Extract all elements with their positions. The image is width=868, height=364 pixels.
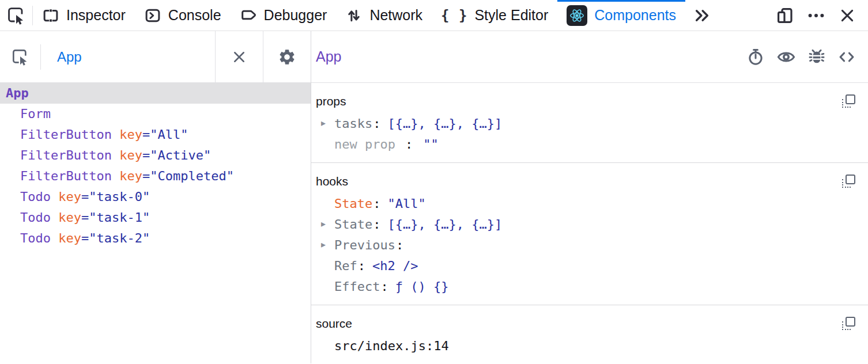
inspected-element-toolbar: App [311,31,868,83]
meatball-menu-icon [807,6,825,25]
gear-icon [278,48,296,66]
kv-row[interactable]: ▸Previous: [311,234,868,255]
colon: : [358,259,365,273]
key-attribute-name: key [119,169,142,183]
source-path: src/index.js:14 [334,339,449,353]
component-name: App [6,86,29,100]
space [51,210,58,225]
row-value: [{…}, {…}, {…}] [387,217,502,232]
tree-item[interactable]: Todo key="task-2" [0,228,311,249]
tab-components[interactable]: Components [557,0,685,31]
clear-search-button[interactable] [215,31,263,82]
devtools-menu-button[interactable] [803,3,829,28]
kv-row[interactable]: Ref:<h2 /> [311,255,868,276]
log-component-button[interactable] [808,48,825,66]
tab-style-editor[interactable]: { } Style Editor [432,0,557,31]
row-name: Previous [334,238,395,252]
inspect-dom-button[interactable] [777,48,795,66]
space [112,148,119,162]
copy-icon-front [846,317,855,327]
view-source-button[interactable] [838,48,855,66]
tree-item[interactable]: App [0,83,311,104]
debugger-icon [240,7,257,24]
row-name: State [334,217,372,232]
tab-label: Network [369,7,422,24]
inspected-element-pane: App [311,31,868,363]
tab-inspector[interactable]: Inspector [33,0,135,31]
inspector-icon [42,7,59,24]
new-prop-name-input[interactable]: new prop [334,137,405,151]
component-name: Todo [20,210,51,225]
tab-console[interactable]: Console [135,0,231,31]
row-value: ƒ () {} [395,279,449,294]
bug-icon [808,48,825,66]
section-props: props▸tasks:[{…}, {…}, {…}]new prop:"" [311,83,868,163]
key-attribute-name: key [58,231,81,245]
new-prop-row[interactable]: new prop:"" [311,134,868,154]
toolbar-right-controls [772,0,868,31]
expand-arrow-icon[interactable]: ▸ [321,113,326,134]
section-source: sourcesrc/index.js:14 [311,305,868,363]
tree-item[interactable]: Form [0,104,311,124]
inspected-sections: props▸tasks:[{…}, {…}, {…}]new prop:""ho… [311,83,868,363]
copy-icon[interactable] [841,317,855,331]
tree-item[interactable]: FilterButton key="All" [0,124,311,145]
tab-label: Inspector [66,7,126,24]
tree-item[interactable]: FilterButton key="Completed" [0,166,311,187]
colon: : [405,137,413,151]
search-input[interactable]: App [41,31,215,82]
tab-network[interactable]: Network [336,0,432,31]
suspend-component-button[interactable] [747,48,764,66]
colon: : [380,279,388,294]
responsive-design-button[interactable] [772,3,798,28]
pick-element-button[interactable] [0,0,32,31]
devtools-toolbar: Inspector Console Debugger [0,0,868,31]
section-title: hooks [316,175,348,188]
code-icon [838,48,855,66]
key-attribute-value: ="Completed" [142,169,234,183]
components-panel: App AppFormFilterButton key="All"FilterB… [0,31,868,363]
section-title: source [316,317,352,331]
kv-row[interactable]: ▸tasks:[{…}, {…}, {…}] [311,113,868,134]
source-row[interactable]: src/index.js:14 [311,335,868,356]
selected-component-title: App [316,48,341,65]
inspected-element-actions [747,48,855,66]
component-name: FilterButton [20,148,112,162]
key-attribute-value: ="task-1" [81,210,150,225]
key-attribute-value: ="task-2" [81,231,150,245]
copy-icon[interactable] [841,94,855,108]
tree-item[interactable]: Todo key="task-1" [0,207,311,228]
tree-toolbar: App [0,31,311,83]
tab-debugger[interactable]: Debugger [231,0,337,31]
pick-element-icon [7,6,25,25]
close-icon [231,49,247,65]
chevron-double-right-icon [693,7,711,24]
pick-component-button[interactable] [0,31,40,82]
key-attribute-name: key [58,210,81,225]
eye-icon [777,48,795,66]
key-attribute-name: key [58,189,81,204]
key-attribute-value: ="task-0" [81,189,150,204]
kv-row[interactable]: State:"All" [311,193,868,214]
key-attribute-name: key [119,127,142,142]
tree-item[interactable]: FilterButton key="Active" [0,145,311,166]
expand-arrow-icon[interactable]: ▸ [321,214,326,234]
colon: : [373,217,380,232]
copy-icon[interactable] [841,175,855,188]
new-prop-value-input[interactable]: "" [423,137,439,151]
row-value: [{…}, {…}, {…}] [387,116,502,131]
kv-row[interactable]: ▸State:[{…}, {…}, {…}] [311,214,868,234]
kv-row[interactable]: Effect:ƒ () {} [311,276,868,297]
component-name: FilterButton [20,127,112,142]
copy-icon-front [846,94,855,104]
section-header: props [311,90,868,113]
tab-label: Style Editor [474,7,548,24]
expand-arrow-icon[interactable]: ▸ [321,234,326,255]
close-icon [839,7,856,24]
settings-button[interactable] [263,31,311,82]
tree-item[interactable]: Todo key="task-0" [0,187,311,207]
close-devtools-button[interactable] [835,3,860,28]
space [112,127,119,142]
tab-overflow-button[interactable] [685,0,719,31]
component-name: FilterButton [20,169,112,183]
